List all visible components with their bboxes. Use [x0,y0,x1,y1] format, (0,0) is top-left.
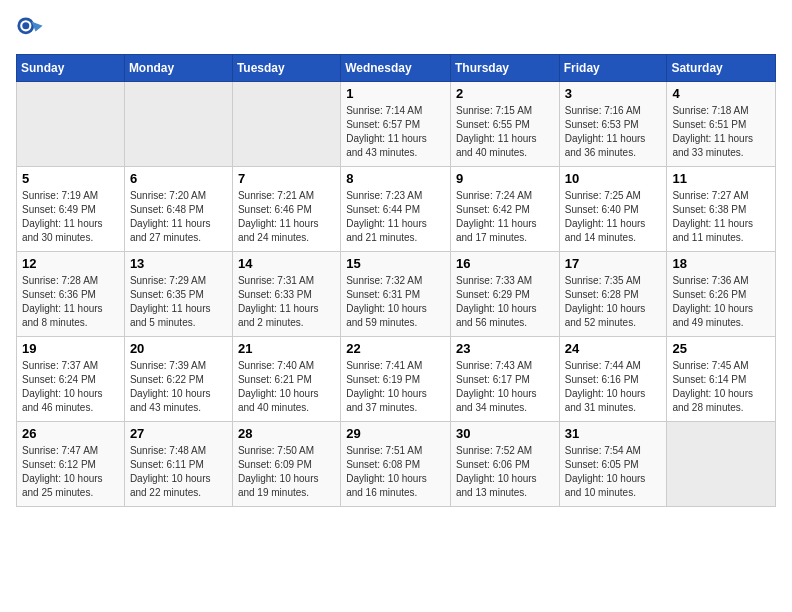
day-info: Sunrise: 7:36 AM Sunset: 6:26 PM Dayligh… [672,274,770,330]
day-number: 23 [456,341,554,356]
day-info: Sunrise: 7:19 AM Sunset: 6:49 PM Dayligh… [22,189,119,245]
calendar-cell: 25Sunrise: 7:45 AM Sunset: 6:14 PM Dayli… [667,337,776,422]
calendar-cell: 31Sunrise: 7:54 AM Sunset: 6:05 PM Dayli… [559,422,667,507]
calendar-cell: 19Sunrise: 7:37 AM Sunset: 6:24 PM Dayli… [17,337,125,422]
day-info: Sunrise: 7:20 AM Sunset: 6:48 PM Dayligh… [130,189,227,245]
calendar-cell: 28Sunrise: 7:50 AM Sunset: 6:09 PM Dayli… [232,422,340,507]
calendar-week-5: 26Sunrise: 7:47 AM Sunset: 6:12 PM Dayli… [17,422,776,507]
header-day-sunday: Sunday [17,55,125,82]
calendar-cell [124,82,232,167]
day-number: 4 [672,86,770,101]
day-info: Sunrise: 7:35 AM Sunset: 6:28 PM Dayligh… [565,274,662,330]
day-number: 3 [565,86,662,101]
day-info: Sunrise: 7:54 AM Sunset: 6:05 PM Dayligh… [565,444,662,500]
calendar-cell: 27Sunrise: 7:48 AM Sunset: 6:11 PM Dayli… [124,422,232,507]
day-info: Sunrise: 7:15 AM Sunset: 6:55 PM Dayligh… [456,104,554,160]
calendar-week-1: 1Sunrise: 7:14 AM Sunset: 6:57 PM Daylig… [17,82,776,167]
day-number: 21 [238,341,335,356]
day-number: 1 [346,86,445,101]
day-number: 14 [238,256,335,271]
day-info: Sunrise: 7:52 AM Sunset: 6:06 PM Dayligh… [456,444,554,500]
day-info: Sunrise: 7:29 AM Sunset: 6:35 PM Dayligh… [130,274,227,330]
day-info: Sunrise: 7:47 AM Sunset: 6:12 PM Dayligh… [22,444,119,500]
day-info: Sunrise: 7:43 AM Sunset: 6:17 PM Dayligh… [456,359,554,415]
calendar-cell: 9Sunrise: 7:24 AM Sunset: 6:42 PM Daylig… [450,167,559,252]
header-day-friday: Friday [559,55,667,82]
header-day-wednesday: Wednesday [341,55,451,82]
calendar-body: 1Sunrise: 7:14 AM Sunset: 6:57 PM Daylig… [17,82,776,507]
calendar-cell [667,422,776,507]
header-day-saturday: Saturday [667,55,776,82]
day-number: 19 [22,341,119,356]
header-day-tuesday: Tuesday [232,55,340,82]
day-info: Sunrise: 7:24 AM Sunset: 6:42 PM Dayligh… [456,189,554,245]
day-number: 6 [130,171,227,186]
day-number: 24 [565,341,662,356]
day-number: 26 [22,426,119,441]
day-info: Sunrise: 7:28 AM Sunset: 6:36 PM Dayligh… [22,274,119,330]
day-info: Sunrise: 7:18 AM Sunset: 6:51 PM Dayligh… [672,104,770,160]
day-info: Sunrise: 7:51 AM Sunset: 6:08 PM Dayligh… [346,444,445,500]
calendar-cell: 2Sunrise: 7:15 AM Sunset: 6:55 PM Daylig… [450,82,559,167]
day-info: Sunrise: 7:40 AM Sunset: 6:21 PM Dayligh… [238,359,335,415]
day-info: Sunrise: 7:32 AM Sunset: 6:31 PM Dayligh… [346,274,445,330]
day-number: 22 [346,341,445,356]
calendar-header: SundayMondayTuesdayWednesdayThursdayFrid… [17,55,776,82]
day-info: Sunrise: 7:45 AM Sunset: 6:14 PM Dayligh… [672,359,770,415]
calendar-table: SundayMondayTuesdayWednesdayThursdayFrid… [16,54,776,507]
calendar-cell: 13Sunrise: 7:29 AM Sunset: 6:35 PM Dayli… [124,252,232,337]
header-day-thursday: Thursday [450,55,559,82]
day-info: Sunrise: 7:48 AM Sunset: 6:11 PM Dayligh… [130,444,227,500]
calendar-cell: 10Sunrise: 7:25 AM Sunset: 6:40 PM Dayli… [559,167,667,252]
day-number: 8 [346,171,445,186]
day-number: 29 [346,426,445,441]
calendar-cell: 23Sunrise: 7:43 AM Sunset: 6:17 PM Dayli… [450,337,559,422]
calendar-cell: 26Sunrise: 7:47 AM Sunset: 6:12 PM Dayli… [17,422,125,507]
day-info: Sunrise: 7:44 AM Sunset: 6:16 PM Dayligh… [565,359,662,415]
day-number: 2 [456,86,554,101]
calendar-cell: 20Sunrise: 7:39 AM Sunset: 6:22 PM Dayli… [124,337,232,422]
day-number: 27 [130,426,227,441]
calendar-week-3: 12Sunrise: 7:28 AM Sunset: 6:36 PM Dayli… [17,252,776,337]
day-info: Sunrise: 7:31 AM Sunset: 6:33 PM Dayligh… [238,274,335,330]
day-info: Sunrise: 7:39 AM Sunset: 6:22 PM Dayligh… [130,359,227,415]
day-info: Sunrise: 7:25 AM Sunset: 6:40 PM Dayligh… [565,189,662,245]
calendar-cell: 11Sunrise: 7:27 AM Sunset: 6:38 PM Dayli… [667,167,776,252]
day-info: Sunrise: 7:37 AM Sunset: 6:24 PM Dayligh… [22,359,119,415]
day-info: Sunrise: 7:50 AM Sunset: 6:09 PM Dayligh… [238,444,335,500]
day-info: Sunrise: 7:41 AM Sunset: 6:19 PM Dayligh… [346,359,445,415]
day-number: 16 [456,256,554,271]
calendar-cell: 29Sunrise: 7:51 AM Sunset: 6:08 PM Dayli… [341,422,451,507]
day-number: 20 [130,341,227,356]
svg-point-2 [22,22,29,29]
day-info: Sunrise: 7:27 AM Sunset: 6:38 PM Dayligh… [672,189,770,245]
day-number: 25 [672,341,770,356]
calendar-cell: 22Sunrise: 7:41 AM Sunset: 6:19 PM Dayli… [341,337,451,422]
calendar-cell: 15Sunrise: 7:32 AM Sunset: 6:31 PM Dayli… [341,252,451,337]
day-info: Sunrise: 7:33 AM Sunset: 6:29 PM Dayligh… [456,274,554,330]
calendar-cell: 7Sunrise: 7:21 AM Sunset: 6:46 PM Daylig… [232,167,340,252]
day-number: 7 [238,171,335,186]
day-number: 30 [456,426,554,441]
header-day-monday: Monday [124,55,232,82]
day-info: Sunrise: 7:23 AM Sunset: 6:44 PM Dayligh… [346,189,445,245]
calendar-cell: 6Sunrise: 7:20 AM Sunset: 6:48 PM Daylig… [124,167,232,252]
calendar-cell: 1Sunrise: 7:14 AM Sunset: 6:57 PM Daylig… [341,82,451,167]
day-number: 13 [130,256,227,271]
calendar-week-4: 19Sunrise: 7:37 AM Sunset: 6:24 PM Dayli… [17,337,776,422]
day-number: 28 [238,426,335,441]
day-info: Sunrise: 7:16 AM Sunset: 6:53 PM Dayligh… [565,104,662,160]
day-number: 31 [565,426,662,441]
page-header [16,16,776,44]
calendar-cell: 5Sunrise: 7:19 AM Sunset: 6:49 PM Daylig… [17,167,125,252]
calendar-cell: 30Sunrise: 7:52 AM Sunset: 6:06 PM Dayli… [450,422,559,507]
calendar-cell: 14Sunrise: 7:31 AM Sunset: 6:33 PM Dayli… [232,252,340,337]
logo [16,16,48,44]
day-number: 18 [672,256,770,271]
calendar-cell: 4Sunrise: 7:18 AM Sunset: 6:51 PM Daylig… [667,82,776,167]
day-info: Sunrise: 7:21 AM Sunset: 6:46 PM Dayligh… [238,189,335,245]
day-number: 17 [565,256,662,271]
day-number: 10 [565,171,662,186]
day-number: 5 [22,171,119,186]
calendar-cell: 18Sunrise: 7:36 AM Sunset: 6:26 PM Dayli… [667,252,776,337]
